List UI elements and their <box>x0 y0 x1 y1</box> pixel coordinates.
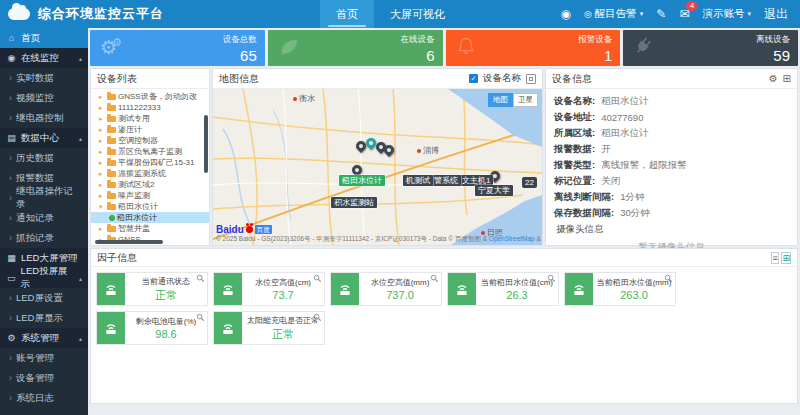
sidebar-item-video-monitor[interactable]: ›视频监控 <box>0 88 88 108</box>
nav-bigscreen[interactable]: 大屏可视化 <box>374 0 461 28</box>
factor-card[interactable]: 水位空高值(cm)73.7 <box>213 272 325 306</box>
magnifier-icon[interactable] <box>313 313 322 322</box>
stat-online-devices[interactable]: 在线设备 6 <box>268 30 443 66</box>
sidebar-item-relay-log[interactable]: ›继电器操作记录 <box>0 188 88 208</box>
sidebar-item-led-display[interactable]: ›LED屏显示 <box>0 308 88 328</box>
tree-item[interactable]: ▸测试专用 <box>91 113 209 124</box>
factor-card[interactable]: 当前稻田水位值(mm)263.0 <box>564 272 676 306</box>
tree-item[interactable]: ▸空调控制器 <box>91 135 209 146</box>
magnifier-icon[interactable] <box>547 274 556 283</box>
factor-value: 737.0 <box>386 289 414 301</box>
map-attribution: © 2025 Baidu - GS(2023)3206号 - 甲测资字11111… <box>216 235 542 244</box>
sidebar-item-realtime-data[interactable]: ›实时数据 <box>0 68 88 88</box>
tree-item[interactable]: ▸GNSS设备，勿动勿改 <box>91 91 209 102</box>
factor-card[interactable]: 太阳能充电是否正常正常 <box>213 311 325 345</box>
sidebar-item-capture-log[interactable]: ›抓拍记录 <box>0 228 88 248</box>
map-canvas[interactable]: 地图 卫星 衡水 淄博 日照 文主机1 警系统 机测试 稻田水位计 积水监测站 … <box>213 89 542 245</box>
magnifier-icon[interactable] <box>430 274 439 283</box>
device-info-header: 设备信息 ⚙ ⊞ <box>546 69 797 89</box>
tree-item[interactable]: ▸1111222333 <box>91 102 209 113</box>
expand-icon[interactable]: ▸ <box>99 181 105 189</box>
map-marker-label-active[interactable]: 稻田水位计 <box>339 175 385 186</box>
tree-item[interactable]: ▸景区负氧离子监测 <box>91 146 209 157</box>
factor-card[interactable]: 当前稻田水位值(cm)26.3 <box>447 272 559 306</box>
vertical-scrollbar[interactable] <box>204 115 208 173</box>
expand-icon[interactable]: ▸ <box>99 126 105 134</box>
horizontal-scrollbar[interactable] <box>95 240 163 244</box>
chevron-up-icon: ▴ <box>79 335 82 342</box>
list-view-icon[interactable]: ≡ <box>771 252 778 264</box>
sidebar-group-led-cast[interactable]: ▭LED投屏展示▴ <box>0 268 88 288</box>
factor-card[interactable]: 当前通讯状态正常 <box>96 272 208 306</box>
stat-offline-devices[interactable]: 离线设备 59 <box>623 30 798 66</box>
stat-label: 设备总数 <box>223 34 257 46</box>
envelope-icon[interactable]: ✉4 <box>679 7 689 21</box>
sidebar-item-account-mgmt[interactable]: ›账号管理 <box>0 348 88 368</box>
window-icon[interactable]: ⊞ <box>783 73 791 84</box>
folder-icon <box>107 94 116 100</box>
map-mode-button[interactable]: 地图 <box>488 93 513 107</box>
stat-alarm-devices[interactable]: 报警设备 1 <box>446 30 621 66</box>
pen-icon[interactable]: ✎ <box>656 7 666 21</box>
sidebar-label: LED屏显示 <box>16 312 63 325</box>
map-marker-label[interactable]: 宁夏大学 <box>475 185 513 196</box>
tree-item-selected[interactable]: 稻田水位计 <box>91 212 209 223</box>
tree-item[interactable]: ▸噪声监测 <box>91 190 209 201</box>
sidebar-group-online-monitor[interactable]: ◉在线监控▴ <box>0 48 88 68</box>
expand-icon[interactable]: ▸ <box>99 225 105 233</box>
fullscreen-icon[interactable] <box>526 74 536 84</box>
sidebar-item-home[interactable]: ⌂首页 <box>0 28 88 48</box>
factor-card[interactable]: 剩余电池电量(%)98.6 <box>96 311 208 345</box>
tree-item[interactable]: ▸测试区域2 <box>91 179 209 190</box>
sidebar-item-system-log[interactable]: ›系统日志 <box>0 388 88 408</box>
cluster-badge[interactable]: 22 <box>522 177 537 188</box>
expand-icon[interactable]: ▸ <box>99 148 105 156</box>
logout-button[interactable]: 退出 <box>764 6 788 23</box>
gear-icon[interactable]: ⚙ <box>769 73 778 84</box>
factor-value: 73.7 <box>272 289 293 301</box>
sidebar-item-history-data[interactable]: ›历史数据 <box>0 148 88 168</box>
factor-title: 水位空高值(cm) <box>255 277 311 288</box>
alarm-mode-dropdown[interactable]: ◎ 醒目告警 ▾ <box>584 7 643 21</box>
magnifier-icon[interactable] <box>196 274 205 283</box>
expand-icon[interactable]: ▸ <box>99 192 105 200</box>
grid-view-icon[interactable]: ⊞ <box>781 252 791 264</box>
factor-card[interactable]: 水位空高值(mm)737.0 <box>330 272 442 306</box>
sidebar-label: LED投屏展示 <box>21 265 75 291</box>
tree-item[interactable]: ▸智慧井盖 <box>91 223 209 234</box>
sidebar-group-data-center[interactable]: ▤数据中心▴ <box>0 128 88 148</box>
expand-icon[interactable]: ▸ <box>99 137 105 145</box>
sidebar-item-led-settings[interactable]: ›LED屏设置 <box>0 288 88 308</box>
folder-icon <box>107 193 116 199</box>
tree-item[interactable]: ▸温振监测系统 <box>91 168 209 179</box>
nav-home[interactable]: 首页 <box>320 0 374 28</box>
expand-icon[interactable]: ▸ <box>99 93 105 101</box>
collapse-icon[interactable]: ▾ <box>99 203 105 211</box>
magnifier-icon[interactable] <box>313 274 322 283</box>
broadcast-icon[interactable]: ◉ <box>561 7 571 21</box>
expand-icon[interactable]: ▸ <box>99 159 105 167</box>
sensor-icon <box>448 273 476 305</box>
sidebar-group-system[interactable]: ⚙系统管理▴ <box>0 328 88 348</box>
map-marker-label[interactable]: 积水监测站 <box>331 197 377 208</box>
sidebar-item-device-mgmt[interactable]: ›设备管理 <box>0 368 88 388</box>
tree-item[interactable]: ▸平煤股份四矿己15-31 <box>91 157 209 168</box>
magnifier-icon[interactable] <box>664 274 673 283</box>
magnifier-icon[interactable] <box>196 313 205 322</box>
account-dropdown[interactable]: 演示账号 ▾ <box>702 7 751 21</box>
leaf-icon <box>278 36 300 62</box>
tree-item-expanded[interactable]: ▾稻田水位计 <box>91 201 209 212</box>
map-marker-label[interactable]: 警系统 <box>431 175 461 186</box>
sidebar-item-notify-log[interactable]: ›通知记录 <box>0 208 88 228</box>
expand-icon[interactable]: ▸ <box>99 115 105 123</box>
expand-icon[interactable]: ▸ <box>99 104 105 112</box>
expand-icon[interactable]: ▸ <box>99 170 105 178</box>
map-marker-label[interactable]: 机测试 <box>403 175 433 186</box>
osm-link[interactable]: OpenStreetMap <box>489 235 535 242</box>
sidebar-item-relay-control[interactable]: ›继电器控制 <box>0 108 88 128</box>
device-name-checkbox[interactable]: ✓ <box>469 74 478 83</box>
cloud-logo-icon <box>8 8 30 20</box>
stat-total-devices[interactable]: ⚙⚙ 设备总数 65 <box>90 30 265 66</box>
satellite-mode-button[interactable]: 卫星 <box>513 93 538 107</box>
tree-item[interactable]: ▸渗压计 <box>91 124 209 135</box>
